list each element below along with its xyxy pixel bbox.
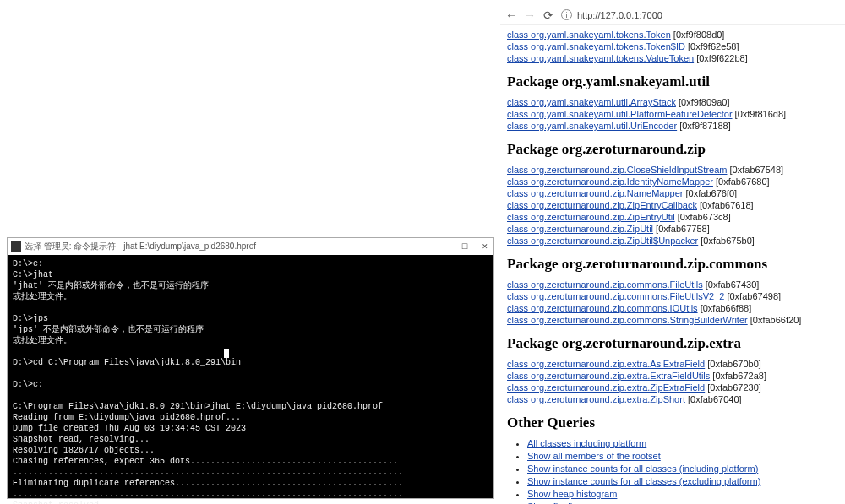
class-entry: class org.zeroturnaround.zip.extra.ZipSh… — [507, 393, 838, 405]
forward-button[interactable]: → — [524, 9, 536, 21]
other-queries-heading: Other Queries — [507, 417, 838, 429]
class-hex: [0xfab66f20] — [748, 315, 802, 325]
terminal-line: Eliminating duplicate references........… — [13, 478, 488, 489]
class-link[interactable]: class org.zeroturnaround.zip.CloseShield… — [507, 165, 727, 175]
terminal-body[interactable]: D:\>c:C:\>jhat'jhat' 不是内部或外部命令，也不是可运行的程序… — [8, 255, 493, 504]
class-hex: [0xfab66f88] — [698, 303, 752, 313]
class-hex: [0xfab67680] — [713, 176, 770, 187]
class-entry: class org.zeroturnaround.zip.commons.IOU… — [507, 302, 838, 314]
class-link[interactable]: class org.zeroturnaround.zip.commons.Fil… — [507, 279, 703, 290]
class-link[interactable]: class org.zeroturnaround.zip.extra.Extra… — [507, 371, 710, 381]
list-item: Show finalizer summary — [527, 501, 838, 504]
url-text: http://127.0.0.1:7000 — [577, 10, 662, 20]
terminal-titlebar: 选择 管理员: 命令提示符 - jhat E:\diydump\java_pid… — [8, 238, 493, 255]
address-bar: ← → ⟳ i http://127.0.0.1:7000 — [500, 5, 845, 25]
package-heading: Package org.yaml.snakeyaml.util — [507, 76, 838, 88]
class-entry: class org.yaml.snakeyaml.tokens.Token$ID… — [507, 41, 838, 52]
close-button[interactable]: ✕ — [480, 241, 490, 252]
minimize-button[interactable]: ─ — [439, 241, 450, 252]
class-hex: [0xfab676f0] — [684, 188, 738, 198]
class-link[interactable]: class org.zeroturnaround.zip.commons.Str… — [507, 315, 748, 325]
other-queries-list: All classes including platformShow all m… — [527, 437, 838, 504]
class-hex: [0xf9f62e58] — [685, 41, 739, 51]
terminal-line: D:\>c: — [13, 258, 488, 269]
query-link[interactable]: Show all members of the rootset — [527, 451, 661, 461]
package-heading: Package org.zeroturnaround.zip.extra — [507, 338, 838, 350]
package-heading: Package org.zeroturnaround.zip.commons — [507, 258, 838, 270]
terminal-line: Resolving 1826717 objects... — [13, 445, 488, 456]
class-link[interactable]: class org.zeroturnaround.zip.IdentityNam… — [507, 176, 713, 187]
class-entry: class org.zeroturnaround.zip.commons.Fil… — [507, 290, 838, 302]
terminal-line: 或批处理文件。 — [13, 291, 488, 302]
terminal-line: C:\>jhat — [13, 269, 488, 280]
terminal-line: C:\Program Files\Java\jdk1.8.0_291\bin>j… — [13, 401, 488, 412]
query-link[interactable]: Show instance counts for all classes (in… — [527, 463, 758, 474]
class-entry: class org.zeroturnaround.zip.ZipEntryCal… — [507, 199, 838, 211]
terminal-line: ........................................… — [13, 467, 488, 478]
terminal-line: 'jps' 不是内部或外部命令，也不是可运行的程序 — [13, 324, 488, 335]
terminal-window: 选择 管理员: 命令提示符 - jhat E:\diydump\java_pid… — [7, 237, 494, 499]
terminal-cursor — [224, 349, 229, 358]
class-entry: class org.yaml.snakeyaml.util.UriEncoder… — [507, 120, 838, 132]
class-link[interactable]: class org.yaml.snakeyaml.tokens.Token$ID — [507, 41, 685, 51]
class-hex: [0xfab67758] — [653, 224, 710, 234]
class-hex: [0xfab67498] — [724, 291, 781, 301]
class-hex: [0xfab67040] — [685, 394, 742, 404]
class-hex: [0xf9f808d0] — [671, 30, 725, 40]
class-entry: class org.zeroturnaround.zip.ZipUtil [0x… — [507, 223, 838, 235]
terminal-line: D:\>jps — [13, 313, 488, 324]
class-link[interactable]: class org.yaml.snakeyaml.tokens.Token — [507, 30, 671, 40]
query-link[interactable]: Show instance counts for all classes (ex… — [527, 476, 760, 486]
class-entry: class org.yaml.snakeyaml.tokens.Token [0… — [507, 29, 838, 41]
class-hex: [0xfab672a8] — [710, 371, 766, 381]
class-link[interactable]: class org.zeroturnaround.zip.NameMapper — [507, 188, 684, 198]
class-link[interactable]: class org.yaml.snakeyaml.util.ArrayStack — [507, 97, 676, 107]
query-link[interactable]: All classes including platform — [527, 438, 646, 448]
terminal-title: 选择 管理员: 命令提示符 - jhat E:\diydump\java_pid… — [25, 241, 439, 252]
back-button[interactable]: ← — [505, 9, 517, 21]
list-item: Show instance counts for all classes (ex… — [527, 475, 838, 487]
package-heading: Package org.zeroturnaround.zip — [507, 144, 838, 155]
class-link[interactable]: class org.zeroturnaround.zip.extra.AsiEx… — [507, 359, 705, 369]
class-hex: [0xfab670b0] — [705, 359, 761, 369]
class-link[interactable]: class org.zeroturnaround.zip.extra.ZipEx… — [507, 382, 705, 393]
class-link[interactable]: class org.yaml.snakeyaml.util.PlatformFe… — [507, 109, 733, 119]
reload-button[interactable]: ⟳ — [542, 9, 554, 21]
terminal-line: Reading from E:\diydump\java_pid2680.hpr… — [13, 412, 488, 423]
class-link[interactable]: class org.zeroturnaround.zip.ZipUtil — [507, 224, 653, 234]
class-hex: [0xf9f622b8] — [694, 53, 748, 63]
query-link[interactable]: Show heap histogram — [527, 489, 617, 499]
class-entry: class org.zeroturnaround.zip.ZipEntryUti… — [507, 211, 838, 223]
class-hex: [0xfab67430] — [703, 279, 760, 290]
class-link[interactable]: class org.zeroturnaround.zip.extra.ZipSh… — [507, 394, 685, 404]
terminal-line: ........................................… — [13, 489, 488, 500]
class-link[interactable]: class org.yaml.snakeyaml.util.UriEncoder — [507, 121, 677, 131]
list-item: All classes including platform — [527, 437, 838, 449]
list-item: Show all members of the rootset — [527, 450, 838, 462]
terminal-line — [13, 302, 488, 313]
class-link[interactable]: class org.zeroturnaround.zip.commons.Fil… — [507, 291, 724, 301]
class-entry: class org.yaml.snakeyaml.util.PlatformFe… — [507, 108, 838, 120]
url-box[interactable]: i http://127.0.0.1:7000 — [561, 9, 840, 20]
browser-window: ← → ⟳ i http://127.0.0.1:7000 class org.… — [500, 5, 845, 503]
class-entry: class org.yaml.snakeyaml.tokens.ValueTok… — [507, 52, 838, 64]
class-link[interactable]: class org.zeroturnaround.zip.ZipEntryUti… — [507, 212, 675, 222]
class-entry: class org.yaml.snakeyaml.util.ArrayStack… — [507, 96, 838, 108]
cmd-icon — [11, 241, 21, 252]
page-content: class org.yaml.snakeyaml.tokens.Token [0… — [500, 25, 845, 504]
class-link[interactable]: class org.yaml.snakeyaml.tokens.ValueTok… — [507, 53, 694, 63]
class-entry: class org.zeroturnaround.zip.commons.Fil… — [507, 279, 838, 290]
class-entry: class org.zeroturnaround.zip.extra.ZipEx… — [507, 382, 838, 393]
class-link[interactable]: class org.zeroturnaround.zip.commons.IOU… — [507, 303, 698, 313]
list-item: Show instance counts for all classes (in… — [527, 463, 838, 474]
class-link[interactable]: class org.zeroturnaround.zip.ZipUtil$Unp… — [507, 236, 698, 246]
class-link[interactable]: class org.zeroturnaround.zip.ZipEntryCal… — [507, 200, 697, 210]
terminal-line: D:\>c: — [13, 379, 488, 390]
terminal-line: 'jhat' 不是内部或外部命令，也不是可运行的程序 — [13, 280, 488, 291]
class-hex: [0xfab675b0] — [698, 236, 755, 246]
class-entry: class org.zeroturnaround.zip.IdentityNam… — [507, 176, 838, 187]
maximize-button[interactable]: ☐ — [460, 241, 470, 252]
site-info-icon[interactable]: i — [561, 9, 572, 20]
class-entry: class org.zeroturnaround.zip.CloseShield… — [507, 164, 838, 176]
class-hex: [0xfab67230] — [705, 382, 761, 393]
